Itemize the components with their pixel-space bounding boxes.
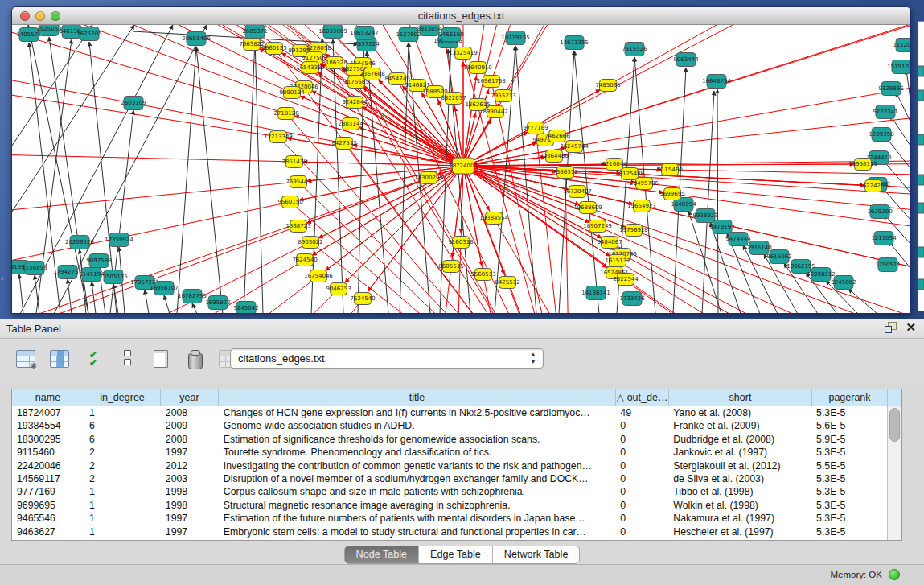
network-node-label: 12213349 (264, 134, 293, 140)
cell-out_degree: 0 (615, 433, 668, 446)
desktop-background: citations_edges.txt 14055721925053946130… (0, 0, 924, 319)
cell-title: Corpus callosum shape and size in male p… (219, 485, 616, 498)
network-window-titlebar[interactable]: citations_edges.txt (12, 7, 910, 25)
tab-node-table[interactable]: Node Table (345, 546, 420, 563)
memory-status-indicator[interactable] (889, 569, 900, 580)
network-node-label: 8427512 (331, 140, 356, 146)
table-toolbar: ✔✔f(x) citations_edges.txt ▲▼ (0, 339, 924, 384)
table-scrollbar-thumb[interactable] (889, 408, 900, 442)
network-node-label: 36245744 (560, 143, 589, 150)
network-node-label: 8425512 (495, 279, 519, 286)
table-row[interactable]: 946362711997Embryonic stem cells: a mode… (12, 525, 887, 538)
column-header-pagerank[interactable]: pagerank (812, 389, 888, 406)
cell-name: 19384554 (12, 419, 84, 432)
create-table-icon[interactable] (150, 347, 172, 371)
cell-name: 9465546 (12, 512, 84, 525)
cell-title: Estimation of significance thresholds fo… (219, 433, 616, 446)
cell-out_degree: 49 (615, 406, 668, 419)
network-node-label: 8822037 (441, 95, 466, 101)
table-row[interactable]: 1456911722003Disruption of a novel membe… (12, 472, 887, 485)
network-node-label: 2851438 (281, 159, 306, 165)
cell-pagerank: 5.3E-5 (811, 525, 887, 538)
cell-short: Jankovic et al. (1997) (668, 446, 811, 459)
panel-collapse-arrow-icon[interactable]: ‹ (1, 274, 3, 282)
cell-year: 1998 (161, 499, 219, 512)
network-node-label: 1527602 (396, 31, 421, 38)
cell-out_degree: 0 (615, 446, 668, 459)
table-row[interactable]: 969969511998Structural magnetic resonanc… (12, 499, 887, 512)
network-node-label: 9146821 (405, 82, 429, 89)
table-selector-dropdown[interactable]: citations_edges.txt ▲▼ (230, 348, 544, 369)
network-node-label: 8186328 (322, 60, 347, 66)
cell-out_degree: 0 (615, 419, 668, 432)
network-window-title: citations_edges.txt (12, 10, 910, 22)
cell-pagerank: 5.6E-5 (811, 419, 887, 432)
status-bar: Memory: OK (0, 564, 924, 585)
network-node-label: 16961758 (477, 78, 506, 84)
table-row[interactable]: 911546021997Tourette syndrome. Phenomeno… (12, 446, 887, 459)
network-node-label: 7524540 (350, 295, 375, 302)
network-node-label: 9227341 (873, 109, 897, 115)
selection-mode-icon[interactable]: ✔✔ (82, 347, 105, 371)
network-node-label: 20691406 (182, 35, 211, 42)
network-node-label: 1362615 (465, 101, 490, 108)
insert-column-icon[interactable] (48, 347, 71, 371)
cell-short: Franke et al. (2009) (668, 419, 811, 432)
delete-table-icon[interactable] (183, 347, 206, 371)
network-window[interactable]: citations_edges.txt 14055721925053946130… (11, 6, 911, 314)
network-node-label: 8938923 (692, 212, 717, 219)
table-vertical-scrollbar[interactable] (887, 406, 901, 540)
network-node-label: 16648794 (702, 78, 731, 84)
network-node (918, 247, 924, 257)
float-panel-icon[interactable] (885, 322, 896, 332)
cell-name: 9463627 (12, 525, 84, 538)
table-row[interactable]: 1830029562008Estimation of significance … (12, 433, 887, 446)
cell-title: Estimation of the future numbers of pati… (219, 512, 616, 525)
network-node-label: 14671355 (560, 39, 589, 46)
network-node-label: 9660123 (261, 45, 286, 51)
memory-status-label: Memory: OK (830, 570, 882, 579)
network-node-label: 18907249 (583, 223, 612, 229)
network-node-label: 1695822 (205, 299, 230, 306)
table-row[interactable]: 946554611997Estimation of the future num… (12, 512, 887, 525)
network-node-label: 8454749 (384, 76, 409, 82)
network-node-label: 9615062 (766, 253, 791, 260)
network-node-label: 3175685 (343, 79, 368, 85)
cell-pagerank: 5.3E-5 (811, 406, 887, 419)
network-node-label: 10688609 (573, 204, 602, 211)
network-node-label: 6479197 (709, 224, 734, 230)
node-table[interactable]: namein_degreeyeartitle△ out_de…shortpage… (11, 389, 902, 541)
tab-network-table[interactable]: Network Table (493, 546, 580, 563)
network-node-label: 8990442 (483, 109, 507, 115)
cell-name: 9115460 (12, 446, 84, 459)
column-header-title[interactable]: title (219, 389, 616, 406)
network-node-label: 2603109 (121, 100, 146, 106)
column-header-year[interactable]: year (161, 389, 219, 406)
network-node-label: 16033809 (318, 28, 347, 35)
network-canvas[interactable]: 1405572192505394613021675205206914062605… (12, 25, 910, 314)
background-window-sliver[interactable] (918, 21, 924, 311)
network-node-label: 1733426 (619, 295, 645, 302)
table-row[interactable]: 1872400712008Changes of HCN gene express… (12, 406, 887, 419)
table-row[interactable]: 977716911998Corpus callosum shape and si… (12, 485, 887, 498)
network-node-label: 9560513 (470, 271, 495, 278)
cell-name: 9699695 (12, 499, 84, 512)
network-node-label: 10653247 (350, 30, 379, 36)
row-height-icon[interactable] (116, 347, 138, 371)
network-node-label: 9466160 (438, 31, 463, 38)
column-header-name[interactable]: name (12, 389, 84, 406)
cell-short: de Silva et al. (2003) (668, 472, 811, 485)
column-settings-icon[interactable] (14, 347, 37, 371)
close-panel-icon[interactable]: ✕ (906, 322, 916, 332)
column-header-in_degree[interactable]: in_degree (84, 389, 161, 406)
tab-edge-table[interactable]: Edge Table (419, 546, 493, 563)
network-node-label: 9890134 (279, 89, 305, 96)
table-row[interactable]: 1938455462009Genome-wide association stu… (12, 419, 887, 432)
cell-year: 2008 (161, 433, 219, 446)
column-header-out_degree[interactable]: △ out_de… (616, 389, 669, 406)
cell-pagerank: 5.3E-5 (811, 472, 887, 485)
table-row[interactable]: 2242004622012Investigating the contribut… (12, 459, 887, 472)
column-header-short[interactable]: short (669, 389, 812, 406)
cell-in_degree: 6 (84, 419, 161, 432)
cell-in_degree: 1 (84, 525, 161, 538)
